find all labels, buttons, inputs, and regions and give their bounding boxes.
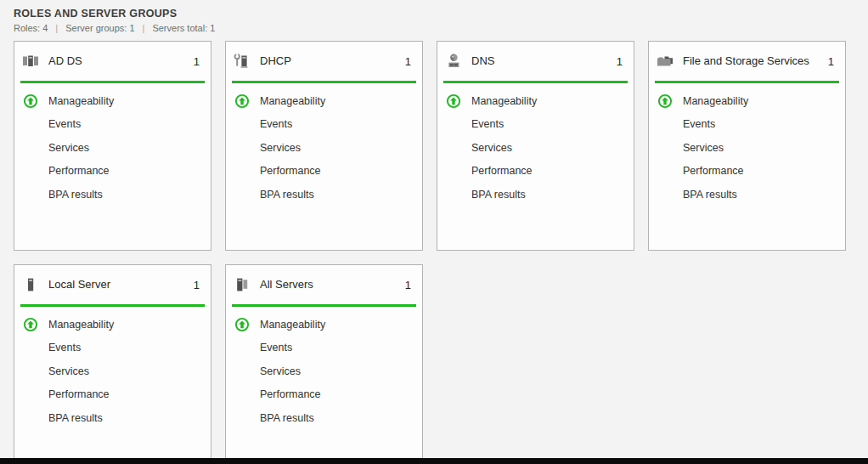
tile-item-bpa-results[interactable]: BPA results bbox=[649, 183, 845, 207]
tile-item-label: Services bbox=[471, 142, 512, 154]
tile-item-label: Events bbox=[48, 342, 81, 354]
tile-ad-ds: AD DS 1 Manageability Events bbox=[14, 41, 211, 251]
tile-title[interactable]: File and Storage Services bbox=[683, 54, 828, 68]
tile-title[interactable]: AD DS bbox=[48, 54, 194, 68]
tile-item-manageability[interactable]: Manageability bbox=[226, 89, 422, 113]
no-icon bbox=[656, 186, 674, 203]
tile-title[interactable]: DHCP bbox=[260, 54, 405, 68]
dhcp-role-icon bbox=[233, 53, 251, 70]
tile-item-label: Performance bbox=[260, 388, 321, 400]
no-icon bbox=[21, 186, 40, 203]
manageability-up-arrow-icon bbox=[656, 93, 674, 110]
tile-item-bpa-results[interactable]: BPA results bbox=[14, 183, 211, 207]
no-icon bbox=[21, 386, 40, 403]
tile-item-performance[interactable]: Performance bbox=[437, 160, 634, 184]
tile-item-label: Manageability bbox=[471, 95, 537, 107]
tile-item-label: BPA results bbox=[48, 189, 103, 201]
tile-item-events[interactable]: Events bbox=[649, 113, 845, 137]
no-icon bbox=[233, 162, 251, 179]
tile-item-label: Manageability bbox=[683, 95, 748, 107]
tile-item-list: Manageability Events Services Performanc… bbox=[14, 307, 211, 430]
tile-item-bpa-results[interactable]: BPA results bbox=[226, 406, 422, 430]
tile-item-services[interactable]: Services bbox=[226, 359, 422, 383]
tile-item-events[interactable]: Events bbox=[437, 113, 634, 137]
tile-item-performance[interactable]: Performance bbox=[226, 160, 422, 184]
tile-item-services[interactable]: Services bbox=[14, 136, 211, 160]
tile-item-label: Manageability bbox=[260, 95, 325, 107]
tile-item-events[interactable]: Events bbox=[226, 337, 422, 360]
tile-item-label: BPA results bbox=[471, 189, 526, 201]
dns-role-icon bbox=[444, 53, 463, 70]
no-icon bbox=[233, 339, 251, 356]
tile-item-services[interactable]: Services bbox=[226, 136, 422, 160]
tile-item-label: Events bbox=[471, 118, 504, 130]
tile-title[interactable]: All Servers bbox=[260, 278, 405, 291]
tile-item-label: Performance bbox=[471, 165, 533, 177]
tile-item-label: Manageability bbox=[260, 319, 325, 331]
tile-file-storage-services: File and Storage Services 1 Manageabilit… bbox=[648, 41, 846, 251]
manageability-up-arrow-icon bbox=[21, 316, 40, 333]
tile-item-events[interactable]: Events bbox=[226, 113, 422, 137]
tile-local-server-header[interactable]: Local Server 1 bbox=[14, 265, 211, 304]
server-groups-count: Server groups: 1 bbox=[65, 23, 134, 33]
no-icon bbox=[444, 116, 463, 133]
tile-ad-ds-header[interactable]: AD DS 1 bbox=[14, 42, 211, 81]
section-heading: ROLES AND SERVER GROUPS Roles: 4 | Serve… bbox=[0, 0, 868, 33]
no-icon bbox=[233, 139, 251, 156]
tile-count: 1 bbox=[617, 55, 623, 68]
tile-file-storage-header[interactable]: File and Storage Services 1 bbox=[649, 42, 845, 81]
tile-item-label: Events bbox=[260, 342, 292, 354]
no-icon bbox=[21, 162, 40, 179]
tile-dhcp: DHCP 1 Manageability Events bbox=[225, 41, 423, 251]
servers-total-count: Servers total: 1 bbox=[152, 23, 215, 33]
tile-item-label: Services bbox=[48, 365, 89, 377]
tile-item-services[interactable]: Services bbox=[14, 359, 211, 383]
tile-item-bpa-results[interactable]: BPA results bbox=[14, 406, 211, 430]
separator: | bbox=[55, 23, 58, 33]
tile-item-performance[interactable]: Performance bbox=[14, 160, 211, 184]
tile-count: 1 bbox=[405, 279, 411, 291]
tile-item-events[interactable]: Events bbox=[14, 113, 211, 137]
tile-dhcp-header[interactable]: DHCP 1 bbox=[226, 42, 422, 81]
tile-title[interactable]: DNS bbox=[471, 54, 617, 68]
tile-item-manageability[interactable]: Manageability bbox=[14, 313, 211, 337]
no-icon bbox=[233, 363, 251, 380]
tile-item-bpa-results[interactable]: BPA results bbox=[226, 183, 422, 207]
tile-item-manageability[interactable]: Manageability bbox=[437, 89, 634, 113]
tile-item-label: Services bbox=[260, 365, 301, 377]
tile-dns-header[interactable]: DNS 1 bbox=[437, 42, 634, 81]
tile-item-label: BPA results bbox=[260, 412, 314, 424]
all-servers-icon bbox=[233, 276, 251, 293]
tile-item-label: Events bbox=[683, 118, 715, 130]
tile-item-label: BPA results bbox=[48, 412, 103, 424]
tile-item-services[interactable]: Services bbox=[649, 136, 845, 160]
tile-item-manageability[interactable]: Manageability bbox=[14, 89, 211, 113]
tile-item-events[interactable]: Events bbox=[14, 337, 211, 360]
no-icon bbox=[656, 162, 674, 179]
tile-item-label: Performance bbox=[260, 165, 321, 177]
manageability-up-arrow-icon bbox=[444, 93, 463, 110]
section-subtitle: Roles: 4 | Server groups: 1 | Servers to… bbox=[14, 23, 868, 33]
no-icon bbox=[233, 386, 251, 403]
tile-item-list: Manageability Events Services Performanc… bbox=[226, 83, 422, 207]
tile-item-performance[interactable]: Performance bbox=[649, 160, 845, 184]
no-icon bbox=[656, 139, 674, 156]
tile-item-label: Performance bbox=[48, 388, 110, 400]
tile-item-manageability[interactable]: Manageability bbox=[226, 313, 422, 337]
tile-item-label: Services bbox=[260, 142, 301, 154]
tile-title[interactable]: Local Server bbox=[48, 278, 194, 291]
tile-item-services[interactable]: Services bbox=[437, 136, 634, 160]
file-storage-role-icon bbox=[656, 53, 674, 70]
manageability-up-arrow-icon bbox=[21, 93, 40, 110]
tile-all-servers-header[interactable]: All Servers 1 bbox=[226, 265, 422, 304]
no-icon bbox=[444, 162, 463, 179]
no-icon bbox=[444, 139, 463, 156]
ad-ds-role-icon bbox=[21, 53, 40, 70]
tile-item-bpa-results[interactable]: BPA results bbox=[437, 183, 634, 207]
tile-item-manageability[interactable]: Manageability bbox=[649, 89, 845, 113]
tile-dns: DNS 1 Manageability Events bbox=[437, 41, 634, 251]
tile-item-label: Services bbox=[683, 142, 724, 154]
tile-item-performance[interactable]: Performance bbox=[14, 383, 211, 407]
tile-item-performance[interactable]: Performance bbox=[226, 383, 422, 407]
tile-item-label: BPA results bbox=[683, 189, 737, 201]
